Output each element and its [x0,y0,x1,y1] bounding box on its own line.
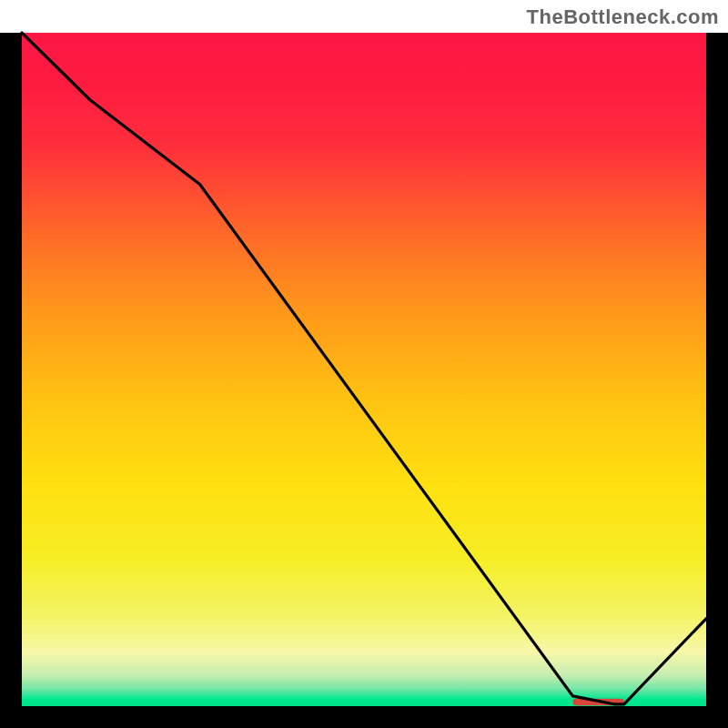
axis-bottom-band [0,706,728,728]
chart-canvas [0,0,728,728]
gradient-background [22,33,706,706]
axis-right-band [706,33,728,728]
chart-container: TheBottleneck.com [0,0,728,728]
axis-left-band [0,33,22,728]
watermark-label: TheBottleneck.com [527,5,719,29]
